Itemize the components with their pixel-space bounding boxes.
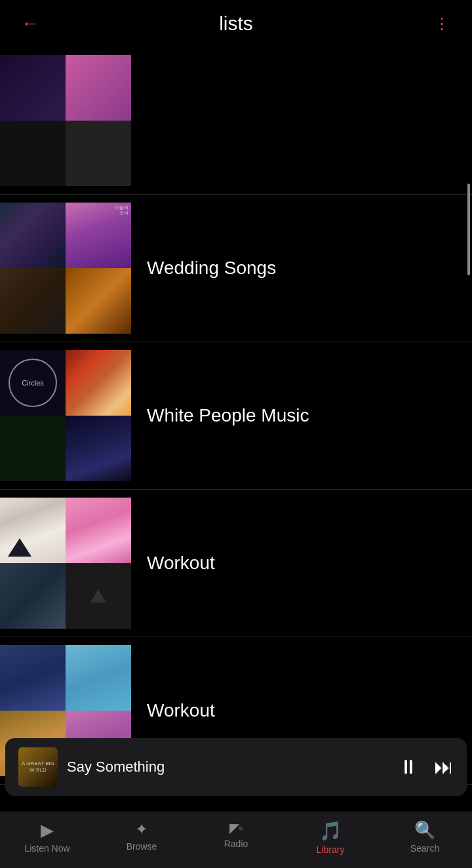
thumb-cell xyxy=(0,55,66,121)
list-item[interactable] xyxy=(0,47,472,195)
tab-label-browse: Browse xyxy=(127,841,157,852)
tab-browse[interactable]: ✦ Browse xyxy=(115,820,168,852)
thumb-cell xyxy=(66,645,131,711)
thumb-cell xyxy=(0,268,66,334)
thumb-cell xyxy=(0,416,66,481)
scrollbar-track xyxy=(467,52,471,446)
more-dots-icon: ⋮ xyxy=(434,14,450,33)
thumb-cell xyxy=(0,563,66,629)
page-title: lists xyxy=(45,12,427,35)
playlist-name: White People Music xyxy=(147,405,472,426)
playlist-thumbnail xyxy=(0,55,131,186)
tab-label-listen-now: Listen Now xyxy=(24,843,69,854)
thumb-cell xyxy=(66,350,131,416)
tab-search[interactable]: 🔍 Search xyxy=(399,820,451,854)
skip-forward-button[interactable]: ⏭ xyxy=(434,756,454,778)
playback-controls: ⏸ ⏭ xyxy=(399,756,454,778)
playlist-thumbnail: Circles xyxy=(0,350,131,481)
thumb-cell: Circles xyxy=(0,350,66,416)
thumb-cell xyxy=(66,121,131,186)
list-item[interactable]: Circles White People Music xyxy=(0,342,472,490)
back-arrow-icon: ← xyxy=(21,13,39,34)
header: ← lists ⋮ xyxy=(0,0,472,47)
playlist-name: Workout xyxy=(147,553,472,574)
thumb-cell: 이달의소녀 xyxy=(66,203,131,268)
thumb-cell xyxy=(0,121,66,186)
playlist-name: Wedding Songs xyxy=(147,258,472,279)
tab-listen-now[interactable]: ▶ Listen Now xyxy=(21,820,73,854)
tab-label-radio: Radio xyxy=(224,838,248,849)
thumb-cell xyxy=(0,203,66,268)
playlist-name: Workout xyxy=(147,700,472,721)
album-art: A GREAT BIG W RLD xyxy=(18,747,58,787)
browse-icon: ✦ xyxy=(135,820,148,838)
thumb-cell xyxy=(66,268,131,334)
tab-label-search: Search xyxy=(410,843,439,854)
list-item[interactable]: 이달의소녀 Wedding Songs xyxy=(0,195,472,342)
thumb-cell xyxy=(66,416,131,481)
pause-button[interactable]: ⏸ xyxy=(399,756,418,778)
thumb-cell xyxy=(66,498,131,563)
playlist-thumbnail: 이달의소녀 xyxy=(0,203,131,334)
scrollbar-thumb xyxy=(467,184,470,275)
playlist-thumbnail xyxy=(0,498,131,629)
thumb-cell xyxy=(66,55,131,121)
listen-now-icon: ▶ xyxy=(41,820,54,840)
tab-label-library: Library xyxy=(317,844,345,855)
thumb-cell xyxy=(66,563,131,629)
tab-bar: ▶ Listen Now ✦ Browse ◤◦ Radio 🎵 Library… xyxy=(0,812,472,868)
list-item[interactable]: Workout xyxy=(0,490,472,637)
now-playing-title: Say Something xyxy=(67,759,399,776)
radio-icon: ◤◦ xyxy=(229,820,243,836)
now-playing-thumbnail: A GREAT BIG W RLD xyxy=(18,747,58,787)
search-icon: 🔍 xyxy=(414,820,435,840)
tab-library[interactable]: 🎵 Library xyxy=(304,820,357,855)
library-icon: 🎵 xyxy=(319,820,342,842)
thumb-cell xyxy=(0,498,66,563)
now-playing-bar[interactable]: A GREAT BIG W RLD Say Something ⏸ ⏭ xyxy=(5,738,467,796)
back-button[interactable]: ← xyxy=(16,9,45,38)
album-art-label: A GREAT BIG W RLD xyxy=(21,760,55,773)
tab-radio[interactable]: ◤◦ Radio xyxy=(210,820,262,849)
more-button[interactable]: ⋮ xyxy=(427,9,456,38)
thumb-cell xyxy=(0,645,66,711)
